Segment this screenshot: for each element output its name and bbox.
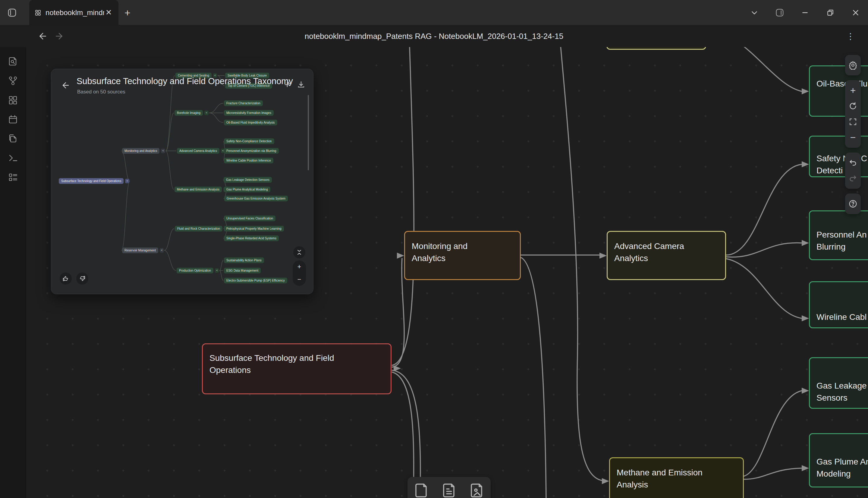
new-tab-icon[interactable]: + [121,6,134,19]
tab-close-icon[interactable]: ✕ [104,8,113,18]
mini-node-label: Single-Phase Retarded Acid Systems [224,235,279,241]
sidebar-toggle-icon[interactable] [4,5,20,21]
mini-node-label: Production Optimization [177,268,213,273]
mini-node-gasleak_m[interactable]: Gas Leakage Detection Sensors [224,177,272,183]
mini-node-singlephase[interactable]: Single-Phase Retarded Acid Systems [224,235,279,241]
mini-node-unsup[interactable]: Unsupervised Facies Classification [224,215,276,221]
mini-node-reservoir[interactable]: Reservoir Management< [122,248,164,253]
zoom-in-icon[interactable]: + [846,82,860,98]
mini-node-label: Advanced Camera Analytics [177,148,219,154]
chevron-down-icon[interactable] [747,6,761,19]
mini-node-toc[interactable]: Top of Cement (TOC) Inference [225,83,272,89]
help-icon[interactable] [846,196,860,212]
minimize-icon[interactable] [798,6,812,19]
mini-node-label: Oil-Based Fluid Impeditivity Analysis [224,120,277,126]
node-gas-leakage[interactable]: Gas Leakage Sensors [809,357,868,409]
mini-node-sustain[interactable]: Sustainability Action Plans [224,258,264,263]
mini-node-label: Wireline Cable Position Inference [224,158,273,163]
mini-node-advcam_m[interactable]: Advanced Camera Analytics< [177,148,225,154]
layout-panel-icon[interactable] [773,6,787,19]
collapse-chip[interactable]: < [213,73,217,78]
app-header: notebooklm_mindmap_Patents RAG - Noteboo… [0,25,868,47]
mini-node-label: Gas Plume Analytical Modeling [224,187,270,192]
mini-node-wireline_m[interactable]: Wireline Cable Position Inference [224,158,273,163]
mini-node-safety_m[interactable]: Safety Non-Compliance Detection [224,139,274,144]
mini-node-borehole[interactable]: Borehole Imaging< [174,110,209,116]
mini-node-oilbased[interactable]: Oil-Based Fluid Impeditivity Analysis [224,120,277,126]
dashboard-icon[interactable] [7,94,19,106]
file-text-icon[interactable] [441,482,457,498]
mini-node-esg[interactable]: ESG Data Management [224,268,261,273]
task-list-icon[interactable] [7,171,19,183]
node-subsurface-root[interactable]: Subsurface Technology and Field Operatio… [202,343,391,394]
reset-view-icon[interactable] [846,98,860,114]
mini-node-cementing[interactable]: Cementing and Sealing< [175,73,217,78]
copy-pages-icon[interactable] [7,133,19,144]
mini-node-monitoring_m[interactable]: Monitoring and Analytics< [122,148,165,154]
collapse-chip[interactable]: < [125,179,129,183]
settings-gear-icon[interactable] [846,57,860,73]
zoom-in-icon[interactable]: + [297,263,302,271]
tab-dashboard-icon [35,9,41,16]
inset-zoom-control[interactable]: + − [293,260,306,286]
zoom-out-icon[interactable]: − [846,130,860,145]
mini-node-fluidrock[interactable]: Fluid and Rock Characterization< [175,226,228,232]
zoom-out-icon[interactable]: − [297,276,302,283]
node-label-line: Sensors [816,392,868,404]
download-icon[interactable] [295,79,307,91]
node-wireline-cable[interactable]: Wireline Cabl [809,281,868,328]
file-blank-icon[interactable] [413,482,430,498]
inset-scrollbar[interactable] [308,95,309,170]
undo-icon[interactable] [846,155,860,171]
mini-node-prodopt[interactable]: Production Optimization< [177,268,219,273]
mini-node-label: Swellable Body Leak Closure [225,73,269,78]
node-label-line: Subsurface Technology and Field [210,352,391,364]
mini-node-petro[interactable]: Petrophysical Property Machine Learning [224,226,284,232]
collapse-chip[interactable]: < [215,268,219,273]
mini-node-gasplume_m[interactable]: Gas Plume Analytical Modeling [224,187,270,192]
mini-node-fracture[interactable]: Fracture Characterization [224,100,263,106]
file-search-icon[interactable] [7,56,19,67]
kebab-menu-icon[interactable]: ⋮ [844,29,857,43]
mini-node-label: Greenhouse Gas Emission Analysis System [224,196,288,201]
fullscreen-icon[interactable] [846,114,860,130]
node-label-line: Blurring [816,241,868,253]
mini-node-micro[interactable]: Microresistivity Formation Images [224,110,273,116]
collapse-all-icon[interactable] [293,246,305,258]
node-label-line: Analytics [614,252,725,264]
file-image-icon[interactable] [468,482,485,498]
node-label-line: Personnel An [816,229,868,241]
node-methane-and-emission[interactable]: Methane and Emission Analysis [609,457,744,498]
mini-node-root_m[interactable]: Subsurface Technology and Field Operatio… [59,178,129,184]
mini-node-label: Personnel Anonymization via Blurring [224,148,279,154]
redo-icon[interactable] [846,171,860,186]
terminal-icon[interactable] [7,152,19,164]
mini-node-swellable[interactable]: Swellable Body Leak Closure [225,73,269,78]
workflow-icon[interactable] [7,75,19,87]
close-icon[interactable] [849,6,863,19]
node-advanced-camera-analytics[interactable]: Advanced Camera Analytics [607,231,726,280]
thumbs-down-icon[interactable] [76,273,88,285]
window-titlebar: notebooklm_mindm... ✕ + [0,0,868,25]
mini-node-label: Fluid and Rock Characterization [175,226,223,232]
mini-node-label: Methane and Emission Analysis [174,187,222,192]
collapse-chip[interactable]: < [204,110,208,115]
left-sidebar [0,25,26,498]
node-personnel-anonymization[interactable]: Personnel An Blurring [809,210,868,260]
node-monitoring-and-analytics[interactable]: Monitoring and Analytics [404,231,521,280]
collapse-chip[interactable]: < [160,248,164,253]
thumbs-up-icon[interactable] [60,273,72,285]
back-arrow-icon[interactable] [59,79,71,91]
fit-view-icon[interactable] [281,79,293,91]
node-gas-plume[interactable]: Gas Plume An Modeling [809,433,868,487]
browser-tab[interactable]: notebooklm_mindm... ✕ [29,0,118,25]
mini-node-esp[interactable]: Electro-Submersible Pump (ESP) Efficienc… [224,278,287,283]
window-controls [747,0,863,25]
collapse-chip[interactable]: < [161,149,165,153]
calendar-icon[interactable] [7,114,19,125]
mini-node-methane_m[interactable]: Methane and Emission Analysis< [174,187,227,192]
mini-node-personnel_m[interactable]: Personnel Anonymization via Blurring [224,148,279,154]
node-label-line: Wireline Cabl [816,311,868,323]
restore-icon[interactable] [824,6,837,19]
mini-node-greenhouse[interactable]: Greenhouse Gas Emission Analysis System [224,196,288,201]
